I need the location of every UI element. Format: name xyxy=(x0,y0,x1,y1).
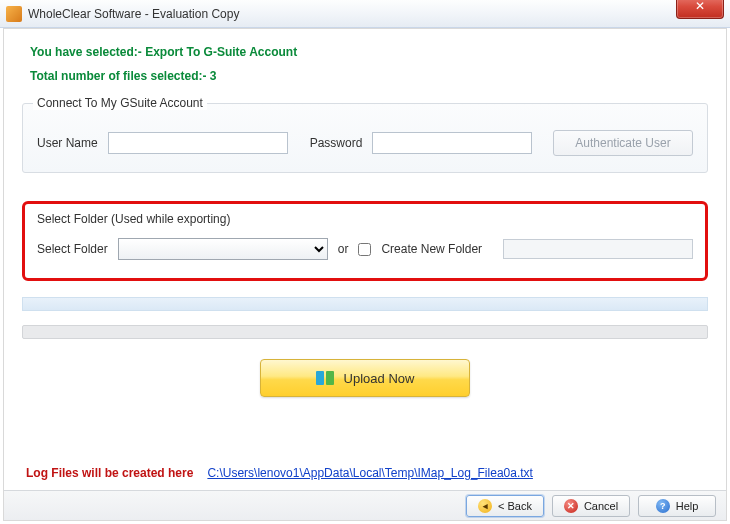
select-folder-legend: Select Folder (Used while exporting) xyxy=(37,212,693,226)
title-bar: WholeClear Software - Evaluation Copy ✕ xyxy=(0,0,730,28)
upload-label: Upload Now xyxy=(344,371,415,386)
create-folder-checkbox[interactable] xyxy=(358,243,371,256)
log-row: Log Files will be created here C:\Users\… xyxy=(26,466,704,480)
help-button[interactable]: ? Help xyxy=(638,495,716,517)
progress-bar xyxy=(22,325,708,339)
cancel-button[interactable]: ✕ Cancel xyxy=(552,495,630,517)
connect-groupbox: Connect To My GSuite Account User Name P… xyxy=(22,103,708,173)
app-icon xyxy=(6,6,22,22)
summary-total: Total number of files selected:- 3 xyxy=(30,69,708,83)
window-title: WholeClear Software - Evaluation Copy xyxy=(28,7,730,21)
summary-selected: You have selected:- Export To G-Suite Ac… xyxy=(30,45,708,59)
username-label: User Name xyxy=(37,136,98,150)
cancel-label: Cancel xyxy=(584,500,618,512)
footer-bar: ◂ < Back ✕ Cancel ? Help xyxy=(4,490,726,520)
back-icon: ◂ xyxy=(478,499,492,513)
help-label: Help xyxy=(676,500,699,512)
log-label: Log Files will be created here xyxy=(26,466,193,480)
upload-icon xyxy=(316,369,334,387)
close-button[interactable]: ✕ xyxy=(676,0,724,19)
status-bar xyxy=(22,297,708,311)
upload-button[interactable]: Upload Now xyxy=(260,359,470,397)
log-path-link[interactable]: C:\Users\lenovo1\AppData\Local\Temp\IMap… xyxy=(207,466,533,480)
authenticate-button[interactable]: Authenticate User xyxy=(553,130,693,156)
help-icon: ? xyxy=(656,499,670,513)
back-button[interactable]: ◂ < Back xyxy=(466,495,544,517)
close-icon: ✕ xyxy=(695,0,705,13)
username-input[interactable] xyxy=(108,132,288,154)
password-input[interactable] xyxy=(372,132,532,154)
password-label: Password xyxy=(310,136,363,150)
create-folder-label: Create New Folder xyxy=(381,242,482,256)
new-folder-input[interactable] xyxy=(503,239,693,259)
back-label: < Back xyxy=(498,500,532,512)
client-area: You have selected:- Export To G-Suite Ac… xyxy=(3,28,727,521)
cancel-icon: ✕ xyxy=(564,499,578,513)
select-folder-label: Select Folder xyxy=(37,242,108,256)
select-folder-dropdown[interactable] xyxy=(118,238,328,260)
or-label: or xyxy=(338,242,349,256)
select-folder-group: Select Folder (Used while exporting) Sel… xyxy=(22,201,708,281)
connect-legend: Connect To My GSuite Account xyxy=(33,96,207,110)
authenticate-label: Authenticate User xyxy=(575,136,670,150)
